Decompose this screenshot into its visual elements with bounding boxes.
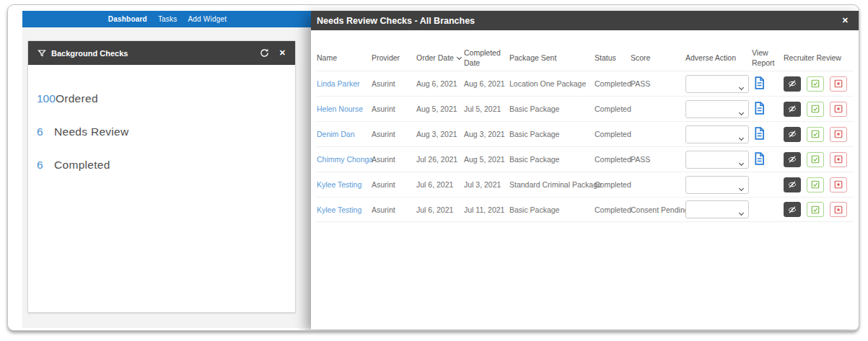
column-header-adverse-action[interactable]: Adverse Action	[685, 53, 752, 63]
approve-review-button[interactable]	[807, 152, 824, 167]
widget-header: Background Checks ✕	[28, 41, 295, 65]
approve-review-button[interactable]	[807, 102, 824, 117]
column-header-recruiter-review[interactable]: Recruiter Review	[784, 53, 854, 63]
mark-not-reviewed-button[interactable]	[784, 127, 801, 142]
table-row: Kylee Testing Asurint Jul 6, 2021 Jul 3,…	[317, 172, 854, 197]
view-report-icon[interactable]	[753, 152, 766, 165]
adverse-action-select-wrap	[685, 79, 749, 88]
candidate-name-link[interactable]: Denim Dan	[317, 130, 372, 138]
mark-not-reviewed-button[interactable]	[784, 177, 801, 192]
nav-item-tasks[interactable]: Tasks	[158, 15, 177, 23]
score-cell: PASS	[631, 155, 685, 164]
dashboard-area: Background Checks ✕ 100 Ordered 6 Needs …	[22, 27, 312, 328]
column-header-status[interactable]: Status	[595, 53, 631, 63]
adverse-action-select-wrap	[685, 205, 749, 213]
widget-title: Background Checks	[51, 49, 260, 58]
order-date-cell: Aug 6, 2021	[416, 79, 464, 88]
mark-not-reviewed-button[interactable]	[784, 152, 801, 167]
column-header-provider[interactable]: Provider	[372, 53, 416, 63]
table-row: Helen Nourse Asurint Aug 5, 2021 Jul 5, …	[317, 96, 854, 121]
stat-completed[interactable]: 6 Completed	[37, 159, 295, 172]
adverse-action-select[interactable]	[685, 200, 749, 218]
status-cell: Completed	[595, 205, 631, 214]
sort-desc-icon	[457, 55, 462, 60]
candidate-name-link[interactable]: Linda Parker	[317, 79, 372, 88]
stat-label: Needs Review	[54, 125, 129, 138]
modal-close-icon[interactable]: ✕	[842, 16, 849, 25]
column-header-view-report[interactable]: View Report	[752, 48, 784, 68]
background-checks-widget: Background Checks ✕ 100 Ordered 6 Needs …	[27, 40, 296, 313]
column-header-package-sent[interactable]: Package Sent	[509, 53, 595, 63]
score-cell: Consent Pending	[631, 205, 685, 214]
approve-review-button[interactable]	[807, 202, 824, 217]
provider-cell: Asurint	[372, 155, 416, 164]
mark-not-reviewed-button[interactable]	[784, 202, 801, 217]
reject-review-button[interactable]	[830, 177, 847, 192]
order-date-cell: Jul 6, 2021	[416, 180, 464, 189]
provider-cell: Asurint	[372, 79, 416, 88]
top-navbar: Dashboard Tasks Add Widget	[22, 11, 312, 27]
adverse-action-select-wrap	[685, 155, 749, 164]
provider-cell: Asurint	[372, 205, 416, 214]
adverse-action-select[interactable]	[685, 100, 749, 118]
completed-date-cell: Jul 3, 2021	[464, 180, 509, 189]
adverse-action-select-wrap	[685, 105, 749, 113]
column-header-name[interactable]: Name	[317, 53, 372, 63]
stat-ordered[interactable]: 100 Ordered	[37, 92, 295, 105]
view-report-icon[interactable]	[753, 102, 766, 115]
column-header-completed-date[interactable]: Completed Date	[464, 48, 509, 68]
stat-label: Completed	[54, 159, 110, 172]
provider-cell: Asurint	[372, 180, 416, 189]
provider-cell: Asurint	[372, 105, 416, 113]
view-report-icon[interactable]	[753, 76, 766, 89]
adverse-action-select[interactable]	[685, 151, 749, 169]
status-cell: Completed	[595, 79, 631, 88]
reject-review-button[interactable]	[830, 76, 847, 92]
filter-icon[interactable]	[38, 49, 46, 58]
column-header-order-date[interactable]: Order Date	[416, 53, 464, 63]
adverse-action-select[interactable]	[685, 125, 749, 143]
view-report-icon[interactable]	[753, 127, 766, 140]
reject-review-button[interactable]	[830, 127, 847, 142]
completed-date-cell: Aug 3, 2021	[464, 130, 509, 138]
approve-review-button[interactable]	[807, 127, 824, 142]
completed-date-cell: Jul 11, 2021	[464, 205, 509, 214]
candidate-name-link[interactable]: Kylee Testing	[317, 205, 372, 214]
widget-close-icon[interactable]: ✕	[279, 48, 286, 58]
completed-date-cell: Aug 6, 2021	[464, 79, 509, 88]
status-cell: Completed	[595, 130, 631, 138]
nav-item-add-widget[interactable]: Add Widget	[188, 15, 227, 23]
stat-value: 100	[37, 92, 56, 105]
candidate-name-link[interactable]: Helen Nourse	[317, 105, 372, 113]
package-sent-cell: Basic Package	[509, 205, 595, 214]
approve-review-button[interactable]	[807, 177, 824, 192]
approve-review-button[interactable]	[807, 76, 824, 92]
nav-item-dashboard[interactable]: Dashboard	[108, 15, 147, 23]
package-sent-cell: Location One Package	[509, 79, 595, 88]
widget-stats: 100 Ordered 6 Needs Review 6 Completed	[28, 65, 295, 172]
reject-review-button[interactable]	[830, 102, 847, 117]
status-cell: Completed	[595, 155, 631, 164]
stat-needs-review[interactable]: 6 Needs Review	[37, 125, 295, 138]
order-date-cell: Aug 3, 2021	[416, 130, 464, 138]
reject-review-button[interactable]	[830, 152, 847, 167]
candidate-name-link[interactable]: Kylee Testing	[317, 180, 372, 189]
column-header-score[interactable]: Score	[631, 53, 685, 63]
mark-not-reviewed-button[interactable]	[784, 102, 801, 117]
package-sent-cell: Basic Package	[509, 130, 595, 138]
adverse-action-select[interactable]	[685, 176, 749, 194]
adverse-action-select[interactable]	[685, 75, 749, 93]
status-cell: Completed	[595, 180, 631, 189]
table-row: Linda Parker Asurint Aug 6, 2021 Aug 6, …	[317, 71, 854, 96]
score-cell: PASS	[631, 79, 685, 88]
refresh-icon[interactable]	[260, 48, 269, 58]
mark-not-reviewed-button[interactable]	[784, 76, 801, 92]
provider-cell: Asurint	[372, 130, 416, 138]
reject-review-button[interactable]	[830, 202, 847, 217]
adverse-action-select-wrap	[685, 180, 749, 189]
modal-header: Needs Review Checks - All Branches ✕	[311, 11, 859, 30]
completed-date-cell: Jul 5, 2021	[464, 105, 509, 113]
candidate-name-link[interactable]: Chimmy Chonga	[317, 155, 372, 164]
stat-value: 6	[37, 125, 54, 138]
modal-title: Needs Review Checks - All Branches	[317, 16, 842, 26]
